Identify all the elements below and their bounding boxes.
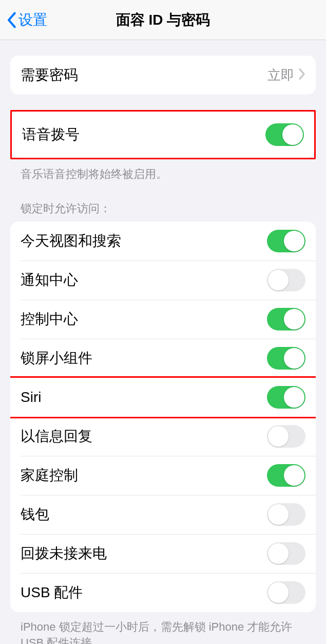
lock-access-row[interactable]: 回拨未接来电 xyxy=(10,534,316,573)
require-passcode-row[interactable]: 需要密码 立即 xyxy=(10,56,316,95)
lock-access-row[interactable]: 今天视图和搜索 xyxy=(10,222,316,261)
back-label: 设置 xyxy=(18,10,47,30)
require-passcode-group: 需要密码 立即 xyxy=(10,56,316,95)
voice-dial-footer: 音乐语音控制将始终被启用。 xyxy=(10,159,316,182)
lock-access-row[interactable]: USB 配件 xyxy=(10,573,316,612)
lock-access-label: Siri xyxy=(21,389,267,406)
lock-access-label: 通知中心 xyxy=(21,270,267,290)
require-passcode-label: 需要密码 xyxy=(21,65,267,85)
voice-dial-toggle[interactable] xyxy=(265,123,304,146)
page-title: 面容 ID 与密码 xyxy=(0,10,326,30)
lock-access-toggle[interactable] xyxy=(267,581,305,604)
lock-access-row[interactable]: 通知中心 xyxy=(10,261,316,300)
lock-access-toggle[interactable] xyxy=(267,308,305,330)
lock-access-toggle[interactable] xyxy=(267,542,305,565)
header: 设置 面容 ID 与密码 xyxy=(0,0,326,40)
chevron-right-icon xyxy=(298,66,305,84)
lock-access-row[interactable]: 控制中心 xyxy=(10,300,316,339)
lock-access-toggle[interactable] xyxy=(267,269,305,291)
voice-dial-row[interactable]: 语音拨号 xyxy=(12,112,314,158)
back-button[interactable]: 设置 xyxy=(0,10,47,30)
lock-access-toggle[interactable] xyxy=(267,230,305,252)
siri-highlight: Siri xyxy=(10,376,316,418)
chevron-left-icon xyxy=(6,11,16,29)
lock-access-row[interactable]: 家庭控制 xyxy=(10,456,316,495)
lock-access-toggle[interactable] xyxy=(267,503,305,526)
content: 需要密码 立即 语音拨号 音乐语音控制将始终被启用。 锁定时允许访问： 今天视图… xyxy=(0,56,326,644)
lock-access-label: 家庭控制 xyxy=(21,466,267,485)
lock-access-row[interactable]: 锁屏小组件 xyxy=(10,339,316,378)
lock-access-toggle[interactable] xyxy=(267,347,305,370)
lock-access-group: 今天视图和搜索通知中心控制中心锁屏小组件Siri以信息回复家庭控制钱包回拨未接来… xyxy=(10,222,316,612)
lock-access-label: 今天视图和搜索 xyxy=(21,231,267,251)
require-passcode-value: 立即 xyxy=(267,66,294,84)
lock-access-footer: iPhone 锁定超过一小时后，需先解锁 iPhone 才能允许USB 配件连接… xyxy=(10,612,316,644)
lock-access-row[interactable]: 钱包 xyxy=(10,495,316,534)
lock-access-row[interactable]: Siri xyxy=(10,378,316,417)
lock-access-row[interactable]: 以信息回复 xyxy=(10,417,316,456)
lock-access-toggle[interactable] xyxy=(267,464,305,487)
lock-access-label: 锁屏小组件 xyxy=(21,348,267,368)
lock-access-label: 以信息回复 xyxy=(21,427,267,446)
voice-dial-group: 语音拨号 xyxy=(10,110,316,159)
lock-access-label: 控制中心 xyxy=(21,309,267,329)
lock-access-label: USB 配件 xyxy=(21,583,267,602)
lock-access-label: 钱包 xyxy=(21,505,267,524)
lock-access-header: 锁定时允许访问： xyxy=(10,182,316,222)
lock-access-toggle[interactable] xyxy=(267,386,305,409)
voice-dial-label: 语音拨号 xyxy=(22,125,265,144)
lock-access-label: 回拨未接来电 xyxy=(21,544,267,563)
voice-dial-highlight: 语音拨号 xyxy=(10,110,316,159)
lock-access-toggle[interactable] xyxy=(267,425,305,448)
